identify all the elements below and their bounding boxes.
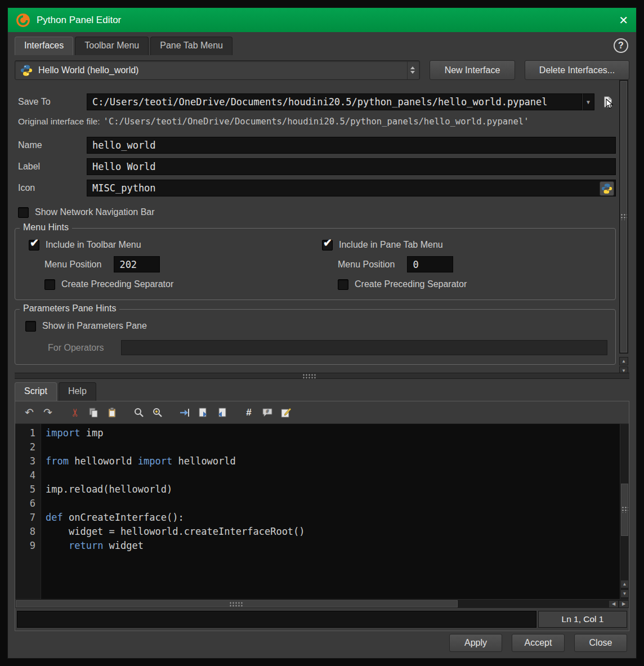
icon-picker-button[interactable] xyxy=(600,181,614,196)
close-button[interactable]: Close xyxy=(574,634,627,652)
editor-scrollbar-handle[interactable] xyxy=(621,484,628,536)
save-to-label: Save To xyxy=(15,97,87,107)
original-file-row: Original interface file:'C:/Users/teoti/… xyxy=(15,117,616,127)
titlebar[interactable]: Python Panel Editor ✕ xyxy=(8,8,636,32)
editor-scrollbar[interactable]: ▲ ▼ xyxy=(620,424,629,599)
tab-toolbar-menu[interactable]: Toolbar Menu xyxy=(75,37,149,55)
label-row: Label Hello World xyxy=(15,158,616,175)
tab-pane-tab-menu[interactable]: Pane Tab Menu xyxy=(150,37,232,55)
editor-status-row: Ln 1, Col 1 xyxy=(15,608,629,631)
close-icon[interactable]: ✕ xyxy=(619,15,628,26)
toolbar-preceding-separator-checkbox[interactable]: ✔ xyxy=(44,279,55,290)
include-toolbar-menu-label: Include in Toolbar Menu xyxy=(46,240,141,250)
paste-icon[interactable] xyxy=(105,405,119,420)
scroll-down-icon[interactable]: ▼ xyxy=(620,589,629,598)
pane-tab-menu-hints: ✔ Include in Pane Tab Menu Menu Position… xyxy=(315,238,609,292)
apply-button[interactable]: Apply xyxy=(449,634,502,652)
code-lines[interactable]: import imp from helloworld import hellow… xyxy=(41,424,620,599)
interface-form: Save To C:/Users/teoti/OneDrive/Document… xyxy=(15,80,629,365)
python-icon xyxy=(20,64,33,77)
edit-script-icon[interactable] xyxy=(279,405,293,420)
shift-left-icon[interactable] xyxy=(214,405,229,420)
pane-tab-preceding-separator-label: Create Preceding Separator xyxy=(355,279,467,289)
houdini-logo-icon xyxy=(16,13,30,28)
scroll-up-icon[interactable]: ▲ xyxy=(619,357,628,365)
python-panel-editor-window: Python Panel Editor ✕ Interfaces Toolbar… xyxy=(7,7,637,659)
scroll-right-icon[interactable]: ▶ xyxy=(619,600,629,608)
toolbar-menu-hints: ✔ Include in Toolbar Menu Menu Position … xyxy=(22,238,315,292)
editor-message-input[interactable] xyxy=(17,611,536,628)
tab-interfaces[interactable]: Interfaces xyxy=(15,37,73,55)
pane-tab-preceding-separator-checkbox[interactable]: ✔ xyxy=(338,279,348,290)
icon-input-value: MISC_python xyxy=(92,182,156,194)
for-operators-input[interactable] xyxy=(121,340,607,355)
form-scrollbar-handle[interactable] xyxy=(620,81,627,352)
editor-scrollbar-arrows: ▲ ▼ xyxy=(620,580,629,598)
line-numbers: 123456789 xyxy=(15,424,41,599)
for-operators-label: For Operators xyxy=(48,343,121,353)
combo-spinner[interactable] xyxy=(407,61,417,79)
toolbar-preceding-separator-label: Create Preceding Separator xyxy=(61,279,173,289)
editor-toolbar: ↶ ↷ ✂ xyxy=(15,401,629,424)
include-toolbar-menu-checkbox[interactable]: ✔ xyxy=(29,240,39,251)
mouse-cursor xyxy=(606,99,614,110)
show-network-nav-label: Show Network Navigation Bar xyxy=(35,207,155,217)
editor-hscrollbar[interactable]: ◀ ▶ xyxy=(15,599,629,608)
include-pane-tab-menu-checkbox[interactable]: ✔ xyxy=(322,240,333,251)
original-file-label: Original interface file: xyxy=(18,117,100,126)
interface-row: Hello World (hello_world) New Interface … xyxy=(15,60,629,80)
show-in-parameters-pane-checkbox[interactable]: ✔ xyxy=(25,321,36,332)
tab-help[interactable]: Help xyxy=(59,382,96,401)
editor-hscrollbar-handle[interactable] xyxy=(16,600,458,607)
goto-line-icon[interactable] xyxy=(177,405,192,420)
scroll-left-icon[interactable]: ◀ xyxy=(609,600,619,608)
icon-row: Icon MISC_python xyxy=(15,180,616,196)
help-icon[interactable]: ? xyxy=(614,38,628,53)
window-title: Python Panel Editor xyxy=(37,15,121,26)
delete-interfaces-button[interactable]: Delete Interfaces... xyxy=(525,60,629,80)
copy-icon[interactable] xyxy=(86,405,101,420)
parameters-pane-hints-group: Parameters Pane Hints ✔ Show in Paramete… xyxy=(15,309,616,365)
undo-icon[interactable]: ↶ xyxy=(22,405,37,420)
toolbar-separator xyxy=(123,405,128,420)
cursor-position: Ln 1, Col 1 xyxy=(538,611,627,628)
parameters-pane-hints-title: Parameters Pane Hints xyxy=(20,303,119,314)
cut-icon[interactable]: ✂ xyxy=(68,405,82,420)
interface-select-value: Hello World (hello_world) xyxy=(38,65,401,75)
save-to-input[interactable]: C:/Users/teoti/OneDrive/Documents/houdin… xyxy=(87,93,582,110)
pane-tab-menu-position-input[interactable]: 0 xyxy=(407,256,453,272)
pane-splitter[interactable] xyxy=(15,373,629,379)
code-editor[interactable]: 123456789 import imp from helloworld imp… xyxy=(15,424,629,599)
accept-button[interactable]: Accept xyxy=(512,634,565,652)
toolbar-separator xyxy=(169,405,173,420)
comment-block-icon[interactable]: # xyxy=(260,405,275,420)
show-network-nav-row: ✔ Show Network Navigation Bar xyxy=(15,205,616,219)
interface-select[interactable]: Hello World (hello_world) xyxy=(15,60,420,80)
label-input[interactable]: Hello World xyxy=(87,158,616,175)
script-panel: ↶ ↷ ✂ xyxy=(15,401,629,631)
dialog-content: Interfaces Toolbar Menu Pane Tab Menu ? … xyxy=(8,32,636,658)
tab-script[interactable]: Script xyxy=(15,382,57,401)
label-label: Label xyxy=(15,162,87,172)
toolbar-menu-position-label: Menu Position xyxy=(44,260,101,270)
new-interface-button[interactable]: New Interface xyxy=(430,60,515,80)
name-label: Name xyxy=(15,140,87,150)
dialog-footer: Apply Accept Close xyxy=(15,631,629,658)
icon-input[interactable]: MISC_python xyxy=(87,180,616,196)
name-input[interactable]: hello_world xyxy=(87,137,616,154)
show-network-nav-checkbox[interactable]: ✔ xyxy=(18,207,29,218)
name-row: Name hello_world xyxy=(15,137,616,154)
toggle-comment-icon[interactable]: # xyxy=(242,405,256,420)
file-chooser-button[interactable] xyxy=(600,94,616,110)
save-to-dropdown-icon[interactable]: ▼ xyxy=(582,93,594,110)
toolbar-menu-position-input[interactable]: 202 xyxy=(114,256,160,272)
pane-tab-menu-position-label: Menu Position xyxy=(338,260,395,270)
redo-icon[interactable]: ↷ xyxy=(41,405,55,420)
find-replace-icon[interactable] xyxy=(150,405,165,420)
scroll-up-icon[interactable]: ▲ xyxy=(620,580,629,588)
shift-right-icon[interactable] xyxy=(196,405,211,420)
find-icon[interactable] xyxy=(132,405,146,420)
save-to-row: Save To C:/Users/teoti/OneDrive/Document… xyxy=(15,93,616,110)
main-tabbar: Interfaces Toolbar Menu Pane Tab Menu ? xyxy=(15,37,629,55)
form-scrollbar[interactable] xyxy=(619,80,628,354)
